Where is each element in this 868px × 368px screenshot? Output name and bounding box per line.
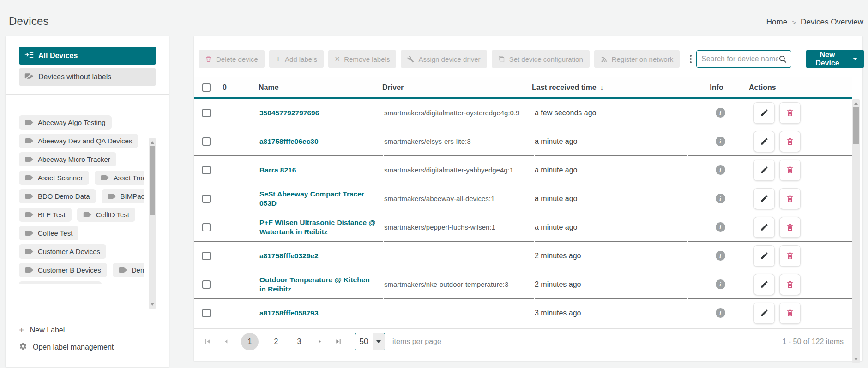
page-size-select[interactable]: 50 [355,333,385,350]
open-label-management-button[interactable]: Open label management [19,342,169,352]
scroll-up-icon[interactable] [854,102,858,105]
device-name-link[interactable]: Outdoor Temperature @ Kitchen in Reibitz [259,275,383,294]
edit-device-button[interactable] [753,131,775,152]
info-icon[interactable]: i [716,165,725,175]
delete-device-label: Delete device [216,55,258,63]
label-chip[interactable]: Device Automation [19,281,102,284]
device-name-link[interactable]: Barra 8216 [259,166,302,175]
label-chip[interactable]: Customer B Devices [19,263,107,277]
label-chip-text: Coffee Test [38,229,72,237]
sidebar-scrollbar[interactable] [149,138,156,309]
select-all-checkbox[interactable] [202,83,211,92]
first-page-icon[interactable] [204,338,211,345]
column-header-driver[interactable]: Driver [382,83,404,92]
table-scrollbar[interactable] [852,99,860,363]
info-icon[interactable]: i [716,137,725,146]
page-button[interactable]: 2 [271,338,282,346]
info-icon[interactable]: i [716,194,725,203]
trash-icon [205,55,212,63]
rss-icon [601,56,608,63]
delete-device-row-button[interactable] [779,274,801,295]
info-icon[interactable]: i [716,108,725,118]
label-chip[interactable]: Abeeway Micro Tracker [19,152,116,166]
more-actions-kebab-icon[interactable] [690,50,692,68]
page-button-current[interactable]: 1 [241,333,259,350]
next-page-icon[interactable] [317,338,323,344]
sidebar-scrollbar-thumb[interactable] [150,146,155,215]
edit-device-button[interactable] [753,160,775,181]
row-checkbox[interactable] [202,223,211,231]
label-chip[interactable]: Asset Scanner [19,171,89,185]
edit-device-button[interactable] [753,274,775,295]
edit-device-button[interactable] [753,188,775,209]
label-chip[interactable]: CellID Test [77,208,135,222]
last-received-time: a minute ago [535,223,578,231]
label-chip[interactable]: Asset Tracker [95,171,144,185]
info-icon[interactable]: i [716,279,725,289]
device-name-link[interactable]: 350457792797696 [259,108,326,118]
column-header-name[interactable]: Name [259,83,279,92]
delete-device-row-button[interactable] [779,188,801,209]
new-device-dropdown[interactable] [846,54,864,64]
set-device-configuration-button[interactable]: Set device configuration [492,50,590,68]
breadcrumb-home[interactable]: Home [766,18,787,27]
delete-device-row-button[interactable] [779,102,801,124]
label-chip[interactable]: Customer A Devices [19,244,106,259]
label-chip-text: Abeeway Micro Tracker [38,155,110,163]
row-checkbox[interactable] [202,252,211,260]
label-chip[interactable]: Coffee Test [19,226,78,240]
delete-device-row-button[interactable] [779,245,801,267]
device-name-link[interactable]: SeSt Abeeway Compact Tracer 053D [259,190,383,208]
search-input[interactable] [701,55,778,63]
label-chip[interactable]: Demo Kit [113,263,144,277]
label-chip[interactable]: Abeeway Algo Testing [19,115,112,130]
register-on-network-button[interactable]: Register on network [594,50,680,68]
column-header-last-received[interactable]: Last received time [532,83,597,92]
scroll-down-icon[interactable] [151,303,154,306]
label-chip[interactable]: BIMPact [102,189,144,203]
table-scrollbar-thumb[interactable] [853,107,859,144]
device-name-link[interactable]: a81758fffe058793 [259,309,325,318]
table-row: Barra 8216 smartmakers/digitalmatter-yab… [194,156,852,184]
search-icon[interactable] [778,55,787,64]
last-received-time: 2 minutes ago [535,280,581,289]
sidebar-item-all-devices[interactable]: All Devices [19,47,156,65]
copy-icon [498,55,505,63]
assign-device-driver-button[interactable]: Assign device driver [401,50,487,68]
previous-page-icon[interactable] [223,338,229,344]
info-icon[interactable]: i [716,222,725,232]
device-name-link[interactable]: a81758fffe06ec30 [259,137,325,146]
row-checkbox[interactable] [202,280,211,289]
delete-device-row-button[interactable] [779,303,801,324]
delete-device-row-button[interactable] [779,217,801,238]
scroll-up-icon[interactable] [151,141,154,144]
row-checkbox[interactable] [202,195,211,203]
info-icon[interactable]: i [716,251,725,261]
last-page-icon[interactable] [335,338,342,345]
edit-device-button[interactable] [753,245,775,267]
info-icon[interactable]: i [716,308,725,318]
delete-device-button[interactable]: Delete device [199,50,265,68]
label-chip[interactable]: BDO Demo Data [19,189,96,203]
delete-device-row-button[interactable] [779,131,801,152]
edit-device-button[interactable] [753,102,775,124]
device-name-link[interactable]: a81758fffe0329e2 [259,251,325,261]
edit-device-button[interactable] [753,217,775,238]
edit-device-button[interactable] [753,303,775,324]
device-name-link[interactable]: P+F Wilsen Ultrasonic Distance @ Waterta… [259,218,383,237]
sidebar-item-devices-without-labels[interactable]: Devices without labels [19,68,156,86]
new-label-button[interactable]: + New Label [19,326,169,335]
sort-descending-icon[interactable]: ↓ [600,83,604,91]
label-chip[interactable]: Abeeway Dev and QA Devices [19,134,138,148]
row-checkbox[interactable] [202,137,211,146]
row-checkbox[interactable] [202,309,211,317]
add-labels-button[interactable]: + Add labels [269,50,324,68]
scroll-down-icon[interactable] [854,358,858,361]
label-chip[interactable]: BLE Test [19,208,72,222]
remove-labels-button[interactable]: × Remove labels [328,50,396,68]
delete-device-row-button[interactable] [779,160,801,181]
page-button[interactable]: 3 [294,338,305,346]
row-checkbox[interactable] [202,109,211,117]
new-device-button[interactable]: New Device [806,50,864,68]
row-checkbox[interactable] [202,166,211,174]
